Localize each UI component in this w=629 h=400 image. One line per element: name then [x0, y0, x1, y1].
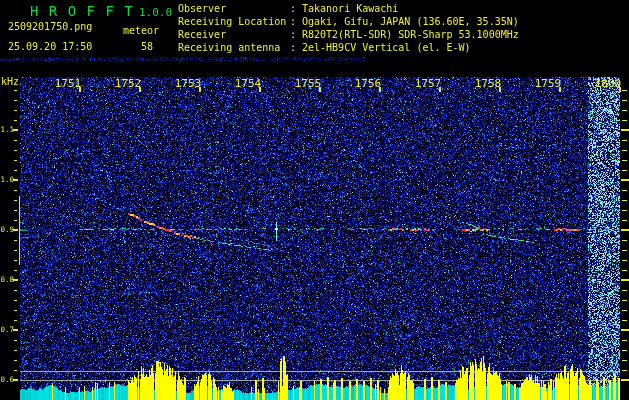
- info-value: Ogaki, Gifu, JAPAN (136.60E, 35.35N): [302, 15, 519, 28]
- info-label: Receiving antenna: [178, 41, 290, 54]
- observer-info-table: Observer:Takanori KawachiReceiving Locat…: [178, 2, 519, 54]
- hrofft-window: H R O F F T 1.0.0 2509201750.png meteor …: [0, 0, 629, 400]
- info-separator: :: [290, 15, 302, 28]
- meteor-count: 58: [141, 41, 153, 52]
- y-axis-label: 1.0: [0, 175, 14, 184]
- info-value: Takanori Kawachi: [302, 2, 398, 15]
- y-axis-label: 0.8: [0, 275, 14, 284]
- x-axis-label: 1800: [594, 77, 622, 90]
- info-row: Receiver:R820T2(RTL-SDR) SDR-Sharp 53.10…: [178, 28, 519, 41]
- info-separator: :: [290, 28, 302, 41]
- x-axis-label: 1756: [354, 77, 382, 90]
- output-filename: 2509201750.png: [8, 21, 92, 32]
- x-axis-label: 1754: [234, 77, 262, 90]
- x-axis-label: 1758: [474, 77, 502, 90]
- mode-label: meteor: [123, 25, 159, 36]
- info-label: Receiver: [178, 28, 290, 41]
- y-axis-label: 0.6: [0, 375, 14, 384]
- x-axis-label: 1752: [114, 77, 142, 90]
- y-axis-label: 0.9: [0, 225, 14, 234]
- info-separator: :: [290, 2, 302, 15]
- info-row: Receiving Location:Ogaki, Gifu, JAPAN (1…: [178, 15, 519, 28]
- x-axis-label: 1757: [414, 77, 442, 90]
- datetime-label: 25.09.20 17:50: [8, 41, 92, 52]
- info-label: Receiving Location: [178, 15, 290, 28]
- x-axis-label: 1759: [534, 77, 562, 90]
- info-value: 2el-HB9CV Vertical (el. E-W): [302, 41, 471, 54]
- spectrogram-canvas: [0, 0, 629, 400]
- app-version: 1.0.0: [139, 6, 172, 19]
- y-axis-label: 1.1: [0, 125, 14, 134]
- info-value: R820T2(RTL-SDR) SDR-Sharp 53.1000MHz: [302, 28, 519, 41]
- x-axis-label: 1755: [294, 77, 322, 90]
- y-axis-label: 0.7: [0, 325, 14, 334]
- info-label: Observer: [178, 2, 290, 15]
- frequency-unit-label: kHz: [1, 76, 19, 87]
- info-separator: :: [290, 41, 302, 54]
- x-axis-label: 1753: [174, 77, 202, 90]
- info-row: Observer:Takanori Kawachi: [178, 2, 519, 15]
- x-axis-label: 1751: [54, 77, 82, 90]
- info-row: Receiving antenna:2el-HB9CV Vertical (el…: [178, 41, 519, 54]
- app-title: H R O F F T: [30, 3, 134, 19]
